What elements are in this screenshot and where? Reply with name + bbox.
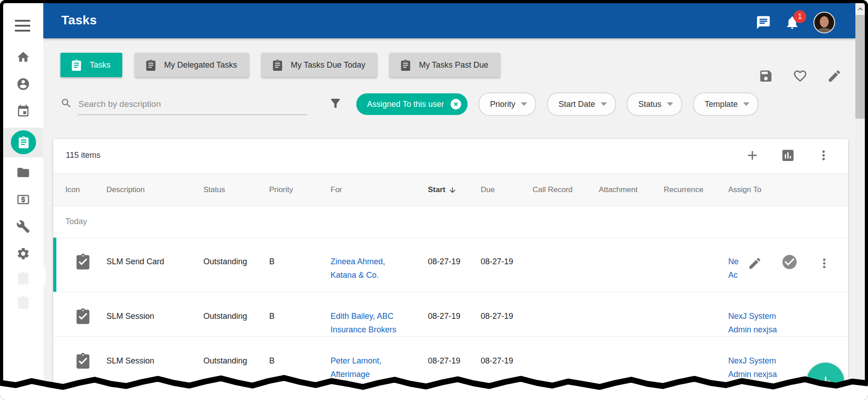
cell-call-record	[533, 292, 599, 309]
table-row[interactable]: SLM Send Card Outstanding B Zineea Ahmed…	[53, 238, 848, 292]
sidebar-item-tools[interactable]	[3, 212, 43, 240]
cell-due: 08-27-19	[481, 292, 533, 323]
chevron-down-icon	[743, 102, 749, 106]
cell-attachment	[599, 292, 664, 309]
scrollbar[interactable]	[855, 3, 865, 400]
tab-my-delegated-tasks[interactable]: My Delegated Tasks	[135, 53, 249, 77]
row-more-vert-icon[interactable]	[817, 256, 831, 271]
cell-start: 08-27-19	[428, 292, 481, 323]
sidebar-item-billing[interactable]	[3, 185, 43, 213]
chip-start-date[interactable]: Start Date	[547, 92, 616, 116]
row-selected-accent	[53, 238, 56, 292]
sidebar-item-documents[interactable]	[3, 158, 43, 186]
cell-status: Outstanding	[203, 292, 269, 323]
edit-icon[interactable]	[827, 69, 842, 83]
sidebar-item-faded-2[interactable]	[3, 288, 43, 316]
save-icon[interactable]	[758, 69, 773, 83]
billing-icon	[16, 193, 30, 207]
for-link[interactable]: Katana & Co.	[331, 268, 428, 282]
for-link[interactable]: Peter Lamont,	[331, 354, 428, 368]
sidebar-item-tasks[interactable]	[11, 130, 36, 154]
sidebar-item-settings[interactable]	[3, 239, 43, 267]
column-status[interactable]: Status	[203, 185, 269, 194]
chevron-down-icon	[521, 102, 527, 106]
chip-label: Template	[705, 100, 738, 109]
chat-button[interactable]	[756, 15, 771, 30]
column-assign-to[interactable]: Assign To	[727, 185, 848, 194]
assign-to-link[interactable]: Ne	[728, 255, 744, 268]
page-title: Tasks	[61, 13, 97, 28]
column-recurrence[interactable]: Recurrence	[664, 185, 727, 194]
cell-for: Edith Bailey, ABC Insurance Brokers	[331, 292, 428, 336]
column-icon[interactable]: Icon	[53, 185, 106, 194]
cell-start: 08-27-19	[428, 238, 481, 268]
cell-status: Outstanding	[203, 238, 269, 268]
cell-priority: B	[269, 337, 331, 368]
chat-icon	[756, 15, 771, 30]
faded-icon	[16, 295, 30, 309]
scrollbar-thumb[interactable]	[855, 15, 865, 119]
menu-icon[interactable]	[15, 20, 30, 32]
chevron-up-icon	[856, 5, 865, 14]
favorite-icon[interactable]	[793, 69, 808, 83]
assign-to-link[interactable]: NexJ System	[728, 309, 848, 323]
add-task-fab[interactable]	[807, 363, 844, 400]
for-link[interactable]: Afterimage	[331, 368, 428, 381]
chip-remove-icon[interactable]	[450, 98, 462, 110]
complete-task-icon[interactable]	[781, 253, 798, 273]
filter-icon[interactable]	[329, 97, 342, 112]
for-link[interactable]: Edith Bailey, ABC	[331, 309, 428, 323]
notifications-button[interactable]: 1	[785, 15, 800, 30]
table-row[interactable]: SLM Session Outstanding B Peter Lamont, …	[53, 337, 848, 400]
row-hover-actions	[748, 253, 831, 273]
tab-my-tasks-due-today[interactable]: My Tasks Due Today	[262, 53, 377, 77]
assign-to-link[interactable]: Ac	[728, 268, 744, 282]
chip-label: Assigned To this user	[367, 100, 444, 109]
table-row[interactable]: SLM Session Outstanding B Edith Bailey, …	[53, 292, 848, 337]
column-for[interactable]: For	[331, 185, 428, 194]
notification-badge: 1	[794, 10, 806, 23]
app-bar: Tasks 1	[43, 3, 855, 38]
tab-my-tasks-past-due[interactable]: My Tasks Past Due	[390, 53, 500, 77]
chip-status[interactable]: Status	[627, 92, 682, 116]
more-vert-icon[interactable]	[816, 148, 831, 163]
tab-label: Tasks	[90, 60, 110, 70]
chevron-down-icon	[601, 102, 607, 106]
column-due[interactable]: Due	[481, 185, 533, 194]
chip-priority[interactable]: Priority	[478, 92, 536, 116]
assign-to-link[interactable]: Admin nexjsa	[728, 323, 848, 336]
sidebar-item-contacts[interactable]	[3, 70, 43, 98]
group-header-today: Today	[53, 206, 848, 238]
sidebar-item-home[interactable]	[3, 43, 43, 71]
settings-icon	[16, 247, 30, 261]
column-start[interactable]: Start	[428, 185, 481, 194]
for-link[interactable]: Systems	[331, 381, 428, 395]
column-call-record[interactable]: Call Record	[533, 185, 599, 194]
list-header: 115 items	[53, 139, 848, 174]
chip-template[interactable]: Template	[693, 92, 758, 116]
clipboard-icon	[271, 59, 284, 71]
cell-priority: B	[269, 292, 331, 323]
view-actions	[758, 69, 842, 83]
cell-attachment	[599, 337, 664, 354]
for-link[interactable]: Insurance Brokers	[331, 323, 428, 336]
chip-assigned-to-this-user[interactable]: Assigned To this user	[356, 93, 468, 115]
screenshot-stage: Tasks 1 Tasks My Delegated Tasks My Tas	[0, 0, 868, 400]
edit-row-icon[interactable]	[748, 256, 762, 271]
add-icon[interactable]	[745, 148, 760, 163]
column-priority[interactable]: Priority	[269, 185, 331, 194]
tab-label: My Tasks Due Today	[291, 60, 365, 70]
search-input[interactable]	[78, 94, 307, 115]
for-link[interactable]: Zineea Ahmed,	[331, 255, 428, 268]
column-attachment[interactable]: Attachment	[599, 185, 664, 194]
cell-recurrence	[664, 337, 727, 354]
scroll-up-button[interactable]	[855, 3, 865, 15]
tab-tasks[interactable]: Tasks	[60, 53, 122, 77]
task-type-icon	[74, 252, 92, 271]
column-description[interactable]: Description	[106, 185, 203, 194]
chart-icon[interactable]	[781, 148, 795, 163]
sidebar-item-calendar[interactable]	[3, 97, 43, 125]
sidebar-item-faded-1[interactable]	[3, 264, 43, 292]
avatar[interactable]	[813, 12, 835, 33]
filter-chips: Assigned To this user Priority Start Dat…	[356, 92, 758, 116]
